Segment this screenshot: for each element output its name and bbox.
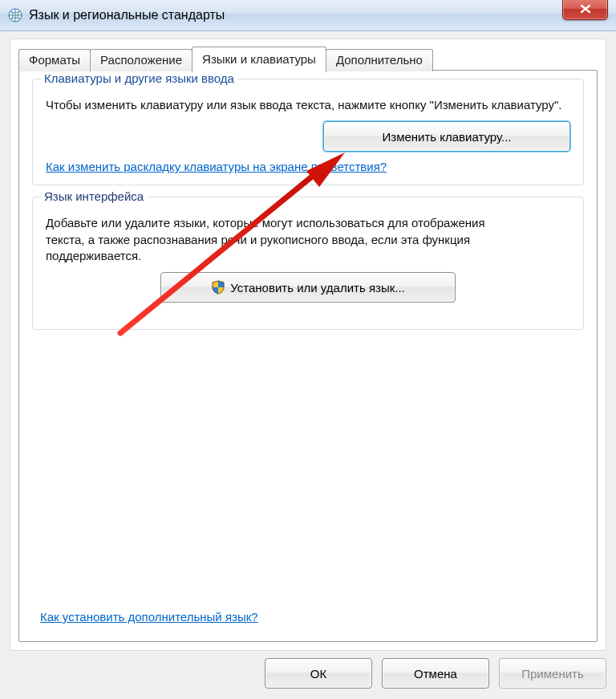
change-keyboard-button-label: Изменить клавиатуру... (382, 130, 511, 144)
group-keyboards-text: Чтобы изменить клавиатуру или язык ввода… (46, 97, 570, 113)
install-additional-language-link[interactable]: Как установить дополнительный язык? (40, 610, 258, 624)
globe-icon (8, 8, 22, 22)
welcome-screen-layout-link[interactable]: Как изменить раскладку клавиатуры на экр… (46, 160, 387, 173)
tab-bar: Форматы Расположение Языки и клавиатуры … (18, 46, 432, 71)
dialog-footer: ОК Отмена Применить (10, 656, 606, 691)
apply-button[interactable]: Применить (499, 658, 606, 689)
group-keyboards-legend: Клавиатуры и другие языки ввода (41, 71, 237, 85)
titlebar: Язык и региональные стандарты (0, 0, 616, 31)
group-interface-legend: Язык интерфейса (41, 189, 147, 203)
tab-formats[interactable]: Форматы (18, 49, 91, 71)
tab-keyboards[interactable]: Языки и клавиатуры (192, 47, 326, 72)
close-icon (580, 4, 591, 14)
dialog-window: Язык и региональные стандарты Форматы Ра… (0, 0, 616, 699)
shield-icon (211, 280, 225, 295)
install-uninstall-language-label: Установить или удалить язык... (230, 281, 405, 295)
tab-location[interactable]: Расположение (90, 49, 192, 71)
group-keyboards: Клавиатуры и другие языки ввода Чтобы из… (32, 79, 584, 185)
close-button[interactable] (562, 0, 608, 20)
ok-button[interactable]: ОК (265, 658, 372, 689)
group-interface-text: Добавьте или удалите языки, которые могу… (46, 215, 527, 264)
content-area: Форматы Расположение Языки и клавиатуры … (10, 39, 606, 651)
tab-panel: Клавиатуры и другие языки ввода Чтобы из… (18, 70, 598, 642)
window-title: Язык и региональные стандарты (29, 8, 610, 22)
cancel-button[interactable]: Отмена (382, 658, 489, 689)
tab-advanced[interactable]: Дополнительно (326, 49, 433, 71)
change-keyboard-button[interactable]: Изменить клавиатуру... (323, 121, 570, 152)
install-uninstall-language-button[interactable]: Установить или удалить язык... (160, 272, 456, 303)
panel-inner: Клавиатуры и другие языки ввода Чтобы из… (32, 79, 584, 633)
group-interface-language: Язык интерфейса Добавьте или удалите язы… (32, 197, 584, 330)
